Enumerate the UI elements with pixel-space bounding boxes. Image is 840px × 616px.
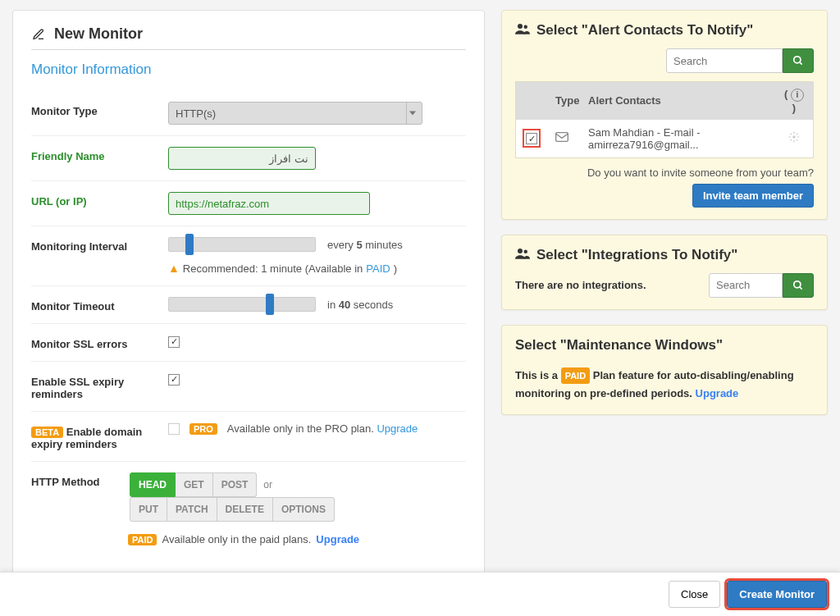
- svg-rect-4: [556, 133, 568, 142]
- row-friendly-name: Friendly Name: [31, 136, 466, 181]
- svg-point-7: [524, 249, 528, 253]
- method-paid-note: PAID Available only in the paid plans. U…: [128, 533, 466, 545]
- search-icon: [792, 280, 804, 291]
- input-friendly-name[interactable]: [168, 147, 316, 170]
- svg-line-3: [800, 62, 802, 65]
- contact-name: Sam Mahdian - E-mail - amirreza7916@gmai…: [588, 126, 782, 151]
- label-interval: Monitoring Interval: [31, 237, 168, 253]
- integrations-box: Select "Integrations To Notify" There ar…: [501, 235, 828, 310]
- label-friendly-name: Friendly Name: [31, 147, 168, 162]
- section-monitor-info: Monitor Information: [31, 62, 466, 78]
- search-icon: [792, 55, 804, 66]
- contact-checkbox[interactable]: ✓: [526, 133, 537, 144]
- checkbox-ssl-expiry[interactable]: ✓: [168, 374, 180, 386]
- label-domain-expiry: BETA Enable domain expiry reminders: [31, 422, 168, 450]
- timeout-value: in 40 seconds: [327, 299, 393, 311]
- contacts-table-header: Type Alert Contacts ( i ): [516, 82, 813, 120]
- maintenance-title: Select "Maintenance Windows": [515, 337, 814, 354]
- pro-badge: PRO: [189, 423, 217, 435]
- label-url: URL (or IP): [31, 192, 168, 208]
- svg-point-1: [524, 25, 528, 30]
- invite-button[interactable]: Invite team member: [692, 184, 814, 208]
- info-icon[interactable]: i: [791, 89, 804, 102]
- maintenance-text: This is a PAID Plan feature for auto-dis…: [515, 367, 814, 403]
- footer-bar: Close Create Monitor: [0, 572, 840, 616]
- integrations-title: Select "Integrations To Notify": [515, 247, 814, 263]
- gear-icon[interactable]: [788, 133, 800, 145]
- svg-point-2: [794, 57, 801, 63]
- upgrade-link-paid[interactable]: Upgrade: [316, 533, 359, 545]
- users-icon: [515, 247, 530, 263]
- checkbox-domain-expiry[interactable]: [168, 423, 180, 435]
- alert-contacts-box: Select "Alert Contacts To Notify" Type A…: [501, 10, 828, 220]
- row-ssl-expiry: Enable SSL expiry reminders ✓: [31, 362, 466, 412]
- contact-row: ✓ Sam Mahdian - E-mail - amirreza7916@gm…: [516, 120, 813, 157]
- method-head[interactable]: HEAD: [130, 472, 176, 497]
- beta-badge: BETA: [31, 427, 63, 438]
- checkbox-ssl-errors[interactable]: ✓: [168, 336, 180, 348]
- integrations-search-input[interactable]: [709, 273, 783, 298]
- invite-section: Do you want to invite someone from your …: [515, 167, 814, 208]
- panel-heading: New Monitor: [31, 25, 466, 50]
- svg-point-6: [518, 249, 523, 253]
- label-monitor-type: Monitor Type: [31, 102, 168, 117]
- slider-interval[interactable]: [168, 237, 316, 252]
- contact-checkbox-highlight: ✓: [523, 129, 541, 148]
- no-integrations-text: There are no integrations.: [515, 279, 646, 291]
- paid-link[interactable]: PAID: [366, 262, 390, 275]
- input-url[interactable]: [168, 192, 370, 215]
- users-icon: [515, 22, 530, 39]
- slider-interval-thumb[interactable]: [185, 234, 194, 255]
- method-get[interactable]: GET: [176, 472, 213, 497]
- interval-value: every 5 minutes: [327, 239, 403, 251]
- label-ssl-expiry: Enable SSL expiry reminders: [31, 372, 168, 400]
- contacts-table: Type Alert Contacts ( i ) ✓: [515, 81, 814, 158]
- svg-line-9: [800, 286, 802, 289]
- label-timeout: Monitor Timeout: [31, 297, 168, 313]
- alert-contacts-title: Select "Alert Contacts To Notify": [515, 22, 814, 39]
- method-delete[interactable]: DELETE: [217, 497, 273, 522]
- interval-recommendation: ▲ Recommended: 1 minute (Available in PA…: [168, 262, 466, 275]
- maintenance-box: Select "Maintenance Windows" This is a P…: [501, 325, 828, 415]
- row-timeout: Monitor Timeout in 40 seconds: [31, 286, 466, 324]
- row-interval: Monitoring Interval every 5 minutes ▲ Re…: [31, 226, 466, 286]
- svg-point-5: [792, 135, 796, 139]
- create-monitor-button[interactable]: Create Monitor: [727, 581, 827, 608]
- row-ssl-errors: Monitor SSL errors ✓: [31, 324, 466, 362]
- invite-question: Do you want to invite someone from your …: [515, 167, 814, 179]
- method-options[interactable]: OPTIONS: [273, 497, 335, 522]
- mail-icon: [555, 132, 568, 144]
- upgrade-link-pro[interactable]: Upgrade: [377, 422, 418, 435]
- svg-point-0: [518, 24, 523, 29]
- panel-title-text: New Monitor: [54, 25, 143, 43]
- row-domain-expiry: BETA Enable domain expiry reminders PRO …: [31, 412, 466, 462]
- slider-timeout[interactable]: [168, 297, 316, 312]
- label-ssl-errors: Monitor SSL errors: [31, 335, 168, 350]
- integrations-search-button[interactable]: [783, 273, 814, 298]
- new-monitor-panel: New Monitor Monitor Information Monitor …: [12, 10, 485, 616]
- row-http-method: HTTP Method HEAD GET POST or PUT PATCH D…: [31, 462, 466, 556]
- upgrade-link-maint[interactable]: Upgrade: [696, 387, 739, 399]
- select-monitor-type[interactable]: HTTP(s): [168, 102, 422, 125]
- close-button[interactable]: Close: [669, 581, 720, 608]
- slider-timeout-thumb[interactable]: [266, 294, 274, 315]
- row-url: URL (or IP): [31, 181, 466, 226]
- warning-icon: ▲: [168, 262, 180, 275]
- edit-icon: [31, 27, 46, 42]
- row-monitor-type: Monitor Type HTTP(s): [31, 91, 466, 136]
- method-or: or: [263, 479, 272, 491]
- svg-point-8: [794, 281, 801, 287]
- label-http-method: HTTP Method: [31, 472, 130, 488]
- paid-badge: PAID: [128, 534, 157, 545]
- contacts-search-button[interactable]: [783, 48, 814, 73]
- contacts-search-input[interactable]: [666, 48, 783, 73]
- method-post[interactable]: POST: [213, 472, 258, 497]
- method-patch[interactable]: PATCH: [167, 497, 217, 522]
- method-put[interactable]: PUT: [130, 497, 167, 522]
- paid-badge-maint: PAID: [561, 367, 590, 385]
